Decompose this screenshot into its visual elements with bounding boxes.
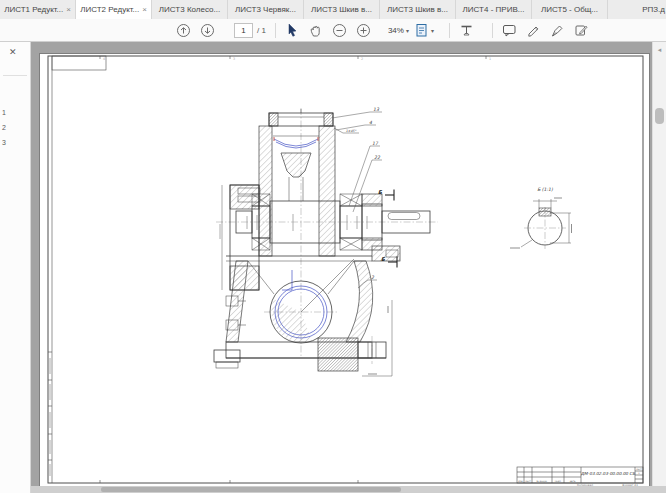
comment-tool-icon[interactable] xyxy=(502,23,517,38)
vertical-scrollbar[interactable]: ◂ xyxy=(652,42,666,486)
tab-label: ЛИСТ5 - Общ... xyxy=(541,5,598,14)
detail-section-view: Б (1:1) xyxy=(510,187,572,249)
next-page-button[interactable] xyxy=(200,23,215,38)
tab-label: ЛИСТ3 Шкив в... xyxy=(311,5,372,14)
page-number-input[interactable]: 1 xyxy=(234,23,253,38)
hand-tool-icon[interactable] xyxy=(308,23,323,38)
panel-close-icon[interactable]: ✕ xyxy=(9,47,17,57)
chamfer-note: 1×45° xyxy=(346,129,357,133)
title-block-label: Дата xyxy=(570,480,576,483)
close-icon[interactable]: × xyxy=(66,6,71,14)
zone-number: 3 xyxy=(233,57,235,61)
document-viewport: .o{fill:none;stroke:#3e3e3e;stroke-width… xyxy=(31,42,666,493)
zoom-out-button[interactable] xyxy=(332,23,347,38)
tab-label: ЛИСТ4 - ПРИВ... xyxy=(463,5,525,14)
previous-page-button[interactable] xyxy=(176,23,191,38)
callout-17: 17 xyxy=(372,141,379,146)
pencil-tool-icon[interactable] xyxy=(526,23,541,38)
toolbar-divider xyxy=(275,23,276,38)
main-section-view: 13 4 1×45° 17 22 2 Б xyxy=(214,107,438,376)
tab-list5-obsh[interactable]: ЛИСТ5 - Общ... xyxy=(532,0,608,19)
zone-number: 1 xyxy=(489,57,491,61)
vertical-scrollbar-thumb[interactable] xyxy=(655,108,664,124)
callout-13: 13 xyxy=(373,107,380,112)
drawing-designation: ДМ-03.02.03-00.00.00 СБ xyxy=(581,471,636,476)
chevron-down-icon[interactable]: ▾ xyxy=(406,27,409,34)
viewer-toolbar: 1 / 1 34% ▾ ▾ xyxy=(0,19,666,42)
tab-list1[interactable]: ЛИСТ1 Редукт... × xyxy=(0,0,76,19)
page-total-label: / 1 xyxy=(257,26,266,35)
tab-list2-active[interactable]: ЛИСТ2 Редукт... × xyxy=(76,0,152,19)
horizontal-scrollbar[interactable] xyxy=(31,486,666,493)
toolbar-divider xyxy=(449,23,450,38)
main-area: ✕ 1 2 3 .o{fill:none;stroke:#3e3e3e;stro… xyxy=(0,42,666,493)
stamp-tool-icon[interactable] xyxy=(574,23,589,38)
zone-number: 2 xyxy=(361,57,363,61)
detail-title: Б (1:1) xyxy=(537,187,553,192)
panel-divider xyxy=(3,75,27,76)
title-block-label: Подп. xyxy=(555,480,562,483)
sheet-label: Лист xyxy=(636,468,642,471)
drawing-page: .o{fill:none;stroke:#3e3e3e;stroke-width… xyxy=(40,54,649,486)
technical-drawing: .o{fill:none;stroke:#3e3e3e;stroke-width… xyxy=(40,54,649,486)
title-block-label: Лист xyxy=(525,480,531,483)
tab-label: ЛИСТ3 Колесо... xyxy=(159,5,220,14)
chevron-down-icon[interactable]: ▾ xyxy=(431,27,434,34)
tab-label: ЛИСТ3 Червяк... xyxy=(235,5,296,14)
horizontal-scrollbar-thumb[interactable] xyxy=(101,487,401,492)
collapse-panel-icon[interactable]: ◂ xyxy=(655,45,664,54)
sign-tool-icon[interactable] xyxy=(550,23,565,38)
page-fit-icon[interactable] xyxy=(415,23,429,38)
tab-list3-shkiv-1[interactable]: ЛИСТ3 Шкив в... xyxy=(304,0,380,19)
bookmark-item[interactable]: 2 xyxy=(0,120,30,135)
tab-list3-koleso[interactable]: ЛИСТ3 Колесо... xyxy=(152,0,228,19)
reading-mode-icon[interactable] xyxy=(459,23,474,38)
bookmark-item[interactable]: 1 xyxy=(0,105,30,120)
callout-4: 4 xyxy=(369,120,373,125)
close-icon[interactable]: × xyxy=(142,6,147,14)
bookmark-list: 1 2 3 xyxy=(0,105,30,150)
tab-list3-chervyak[interactable]: ЛИСТ3 Червяк... xyxy=(228,0,304,19)
tab-label: ЛИСТ2 Редукт... xyxy=(80,5,139,14)
tab-label: РПЗ.д xyxy=(642,5,665,14)
zoom-in-button[interactable] xyxy=(356,23,371,38)
callout-22: 22 xyxy=(374,155,381,160)
document-tab-bar: ЛИСТ1 Редукт... × ЛИСТ2 Редукт... × ЛИСТ… xyxy=(0,0,666,19)
select-tool-icon[interactable] xyxy=(285,23,299,38)
title-block-label: № докум. xyxy=(537,480,548,483)
zone-number: 4 xyxy=(103,57,105,61)
tab-label: ЛИСТ3 Шкив в... xyxy=(387,5,448,14)
tab-label: ЛИСТ1 Редукт... xyxy=(4,5,63,14)
drawing-frame: 4 3 2 1 xyxy=(48,56,643,483)
bookmarks-panel: ✕ 1 2 3 xyxy=(0,42,31,493)
toolbar-divider xyxy=(492,23,493,38)
tab-list3-shkiv-2[interactable]: ЛИСТ3 Шкив в... xyxy=(380,0,456,19)
tab-rpz[interactable]: РПЗ.д xyxy=(608,0,666,19)
callout-2: 2 xyxy=(371,275,375,280)
title-block-label: Изм xyxy=(518,480,523,483)
title-block: ДМ-03.02.03-00.00.00 СБ Изм Лист № докум… xyxy=(517,467,643,486)
zoom-level-value[interactable]: 34% xyxy=(388,26,404,35)
tab-list4-privod[interactable]: ЛИСТ4 - ПРИВ... xyxy=(456,0,532,19)
bookmark-item[interactable]: 3 xyxy=(0,135,30,150)
